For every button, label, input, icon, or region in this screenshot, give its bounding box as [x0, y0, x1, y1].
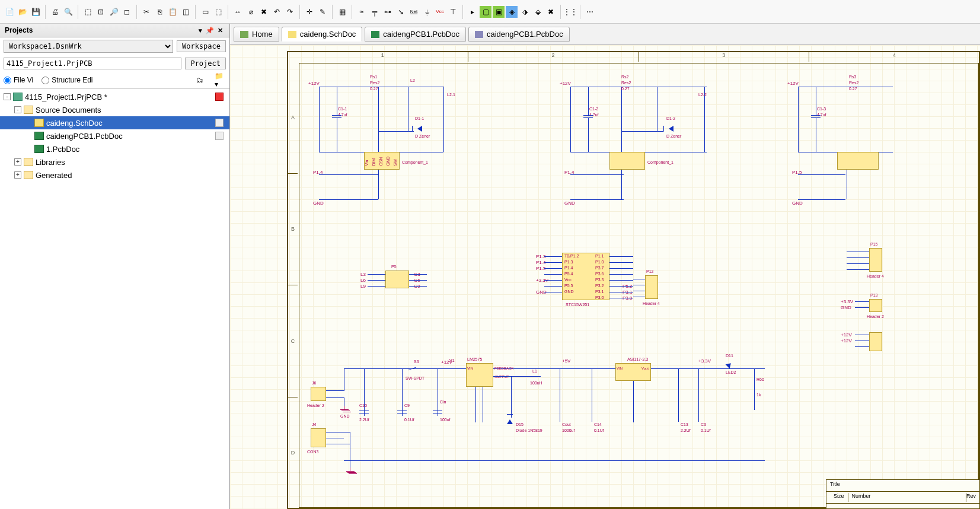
- tree-toggle-icon[interactable]: -: [4, 93, 11, 100]
- tree-toggle-icon[interactable]: +: [14, 171, 21, 179]
- panel-title-bar: Projects ▾ 📌 ✕: [0, 24, 229, 37]
- tb-copy-icon[interactable]: ⎘: [154, 6, 165, 18]
- tb-bus-entry-icon[interactable]: ↘: [395, 6, 407, 18]
- tree-item-label: Source Documents: [36, 106, 101, 114]
- panel-dropdown2-icon[interactable]: 📁▾: [214, 74, 226, 86]
- tb-redo-icon[interactable]: ↷: [284, 6, 296, 18]
- tb-print-icon[interactable]: 🖨: [49, 6, 61, 18]
- tb-port-icon[interactable]: ⬗: [519, 6, 531, 18]
- tb-browse-icon[interactable]: ▦: [336, 6, 348, 18]
- ind-l2-1-lbl: L2-1: [447, 93, 455, 97]
- tb-select-touch-icon[interactable]: ⬚: [212, 6, 224, 18]
- panel-refresh-icon[interactable]: 🗂: [194, 74, 206, 86]
- tb-zoom-sel-icon[interactable]: ◻: [121, 6, 133, 18]
- net-gnd-1: GND: [313, 201, 324, 206]
- tb-array-icon[interactable]: ⋮⋮: [564, 6, 576, 18]
- ruler-top: 1234: [298, 52, 980, 62]
- tree-ico-folder-icon: [24, 171, 33, 179]
- tree-row[interactable]: caidengPCB1.PcbDoc: [0, 129, 229, 142]
- schematic-canvas[interactable]: 1234 ABCD +12V C1-1 4.7uf Rs1 Res2 0.27 …: [230, 45, 980, 509]
- tree-ico-pcb-icon: [34, 132, 44, 140]
- workspace-button[interactable]: Workspace: [177, 40, 226, 52]
- diode-d1-2-icon: [669, 126, 673, 132]
- tree-row[interactable]: +Libraries: [0, 155, 229, 168]
- tb-wire-icon[interactable]: ≈: [356, 6, 368, 18]
- tb-power-icon[interactable]: ⊤: [447, 6, 459, 18]
- tree-row[interactable]: caideng.SchDoc: [0, 116, 229, 129]
- tb-preview-icon[interactable]: 🔍: [62, 6, 74, 18]
- tb-device-icon[interactable]: ◈: [506, 6, 518, 18]
- tb-highlight-icon[interactable]: ✎: [317, 6, 328, 18]
- header-p14[interactable]: [869, 332, 882, 351]
- tree-row[interactable]: -Source Documents: [0, 103, 229, 116]
- tb-deselect-icon[interactable]: ⌀: [245, 6, 257, 18]
- tb-signal-icon[interactable]: ⊶: [382, 6, 394, 18]
- tb-cut-icon[interactable]: ✂: [141, 6, 152, 18]
- project-tree: -4115_Project1.PrjPCB *-Source Documents…: [0, 88, 229, 509]
- header-p13[interactable]: [869, 299, 882, 312]
- net-power-3: +12V: [787, 81, 799, 86]
- chip-u3[interactable]: [837, 152, 879, 170]
- tb-more-icon[interactable]: ⋯: [584, 6, 596, 18]
- document-tab[interactable]: Home: [234, 27, 279, 42]
- tb-select-rect-icon[interactable]: ▭: [199, 6, 211, 18]
- tb-save-icon[interactable]: 💾: [30, 6, 42, 18]
- tab-pcb-icon: [371, 31, 379, 38]
- chip-u2[interactable]: [609, 152, 645, 170]
- document-tab[interactable]: caidengPCB1.PcbDoc: [468, 27, 570, 42]
- document-tab[interactable]: caidengPCB1.PcbDoc: [365, 27, 466, 42]
- panel-dropdown-icon[interactable]: ▾: [197, 27, 204, 34]
- tb-move-icon[interactable]: ↔: [232, 6, 244, 18]
- header-p5[interactable]: [385, 271, 409, 288]
- tree-item-label: 1.PcbDoc: [46, 145, 79, 154]
- panel-pin-icon[interactable]: 📌: [204, 27, 216, 34]
- res-rs1-val: 0.27: [370, 87, 378, 91]
- project-input[interactable]: [4, 58, 181, 69]
- ind-l2-lbl: L2: [410, 78, 415, 82]
- header-p15[interactable]: [869, 248, 882, 272]
- project-button[interactable]: Project: [185, 58, 226, 69]
- tb-cross-probe-icon[interactable]: ✛: [304, 6, 315, 18]
- tb-harness-icon[interactable]: ⬙: [532, 6, 544, 18]
- tb-rubber-icon[interactable]: ◫: [180, 6, 191, 18]
- diode-d15-icon: [507, 419, 513, 424]
- tree-row[interactable]: 1.PcbDoc: [0, 142, 229, 155]
- tree-row[interactable]: -4115_Project1.PrjPCB *: [0, 90, 229, 103]
- tb-new-icon[interactable]: 📄: [4, 6, 15, 18]
- tab-pcb2-icon: [475, 31, 483, 38]
- tb-directive-icon[interactable]: ✖: [545, 6, 557, 18]
- tb-sheet-entry-icon[interactable]: ▣: [493, 6, 505, 18]
- header-p5-lbl: P5: [391, 265, 397, 269]
- tb-paste-icon[interactable]: 📋: [167, 6, 178, 18]
- tb-vcc-icon[interactable]: Vcc: [434, 6, 446, 18]
- tree-toggle-icon[interactable]: -: [14, 106, 21, 113]
- tb-zoom-area-icon[interactable]: ⬚: [82, 6, 94, 18]
- tb-zoom-in-icon[interactable]: 🔎: [108, 6, 120, 18]
- tb-gnd-icon[interactable]: ⏚: [421, 6, 433, 18]
- header-j4[interactable]: [311, 428, 326, 447]
- tree-row[interactable]: +Generated: [0, 168, 229, 182]
- header-p12[interactable]: [645, 275, 658, 299]
- tree-toggle-icon: [25, 145, 32, 152]
- tb-zoom-fit-icon[interactable]: ⊡: [95, 6, 107, 18]
- tb-bus-icon[interactable]: ╤: [369, 6, 381, 18]
- panel-close-icon[interactable]: ✕: [216, 27, 225, 34]
- tree-toggle-icon[interactable]: +: [14, 158, 21, 166]
- diode-d1-1-type: D Zener: [415, 134, 430, 138]
- document-tab[interactable]: caideng.SchDoc: [282, 27, 363, 42]
- structure-edit-radio[interactable]: Structure Edi: [42, 76, 92, 84]
- tb-open-icon[interactable]: 📂: [17, 6, 28, 18]
- res-rs1-type: Res2: [370, 81, 379, 85]
- tb-net-label-icon[interactable]: Net: [408, 6, 420, 18]
- tb-part-icon[interactable]: ▸: [467, 6, 478, 18]
- header-j6[interactable]: [311, 387, 326, 401]
- file-view-radio[interactable]: File Vi: [4, 76, 33, 84]
- tb-clear-icon[interactable]: ✖: [258, 6, 270, 18]
- net-power-2: +12V: [560, 81, 571, 86]
- gnd-j4-icon: [346, 467, 355, 473]
- diode-d1-1-icon: [417, 126, 422, 132]
- chip-asi117[interactable]: [615, 363, 651, 381]
- tb-sheet-icon[interactable]: ▢: [480, 6, 491, 18]
- tb-undo-icon[interactable]: ↶: [271, 6, 283, 18]
- workspace-select[interactable]: Workspace1.DsnWrk: [4, 40, 173, 53]
